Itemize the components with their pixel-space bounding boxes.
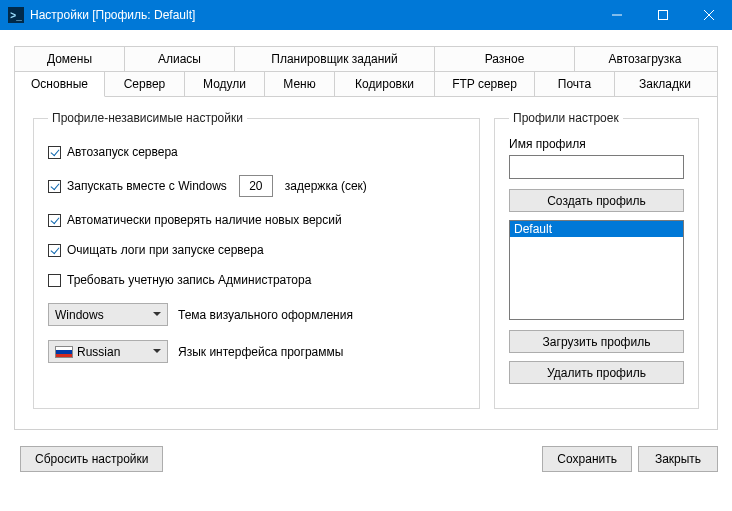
tab-Планировщик заданий[interactable]: Планировщик заданий xyxy=(235,47,435,71)
label-check-updates: Автоматически проверять наличие новых ве… xyxy=(67,213,342,227)
delay-input[interactable] xyxy=(239,175,273,197)
load-profile-button[interactable]: Загрузить профиль xyxy=(509,330,684,353)
save-button[interactable]: Сохранить xyxy=(542,446,632,472)
group-profiles: Профили настроек Имя профиля Создать про… xyxy=(494,111,699,409)
chevron-down-icon xyxy=(153,349,161,353)
theme-select[interactable]: Windows xyxy=(48,303,168,326)
svg-rect-1 xyxy=(659,11,668,20)
app-icon: >_ xyxy=(8,7,24,23)
tab-strip: ДоменыАлиасыПланировщик заданийРазноеАвт… xyxy=(14,46,718,97)
create-profile-button[interactable]: Создать профиль xyxy=(509,189,684,212)
minimize-button[interactable] xyxy=(594,0,640,30)
tab-Меню[interactable]: Меню xyxy=(265,72,335,96)
tab-Закладки[interactable]: Закладки xyxy=(615,72,715,96)
label-theme: Тема визуального оформления xyxy=(178,308,353,322)
group-legend-left: Профиле-независимые настройки xyxy=(48,111,247,125)
close-button[interactable] xyxy=(686,0,732,30)
tab-Модули[interactable]: Модули xyxy=(185,72,265,96)
reset-button[interactable]: Сбросить настройки xyxy=(20,446,163,472)
group-legend-right: Профили настроек xyxy=(509,111,623,125)
checkbox-require-admin[interactable] xyxy=(48,274,61,287)
list-item[interactable]: Default xyxy=(510,221,683,237)
delete-profile-button[interactable]: Удалить профиль xyxy=(509,361,684,384)
label-start-with-windows: Запускать вместе с Windows xyxy=(67,179,227,193)
tab-Сервер[interactable]: Сервер xyxy=(105,72,185,96)
language-select[interactable]: Russian xyxy=(48,340,168,363)
tab-Разное[interactable]: Разное xyxy=(435,47,575,71)
tab-Алиасы[interactable]: Алиасы xyxy=(125,47,235,71)
tab-panel-main: Профиле-независимые настройки Автозапуск… xyxy=(14,97,718,430)
tab-Основные[interactable]: Основные xyxy=(15,72,105,97)
tab-Кодировки[interactable]: Кодировки xyxy=(335,72,435,96)
checkbox-check-updates[interactable] xyxy=(48,214,61,227)
tab-FTP сервер[interactable]: FTP сервер xyxy=(435,72,535,96)
theme-value: Windows xyxy=(55,308,104,322)
maximize-button[interactable] xyxy=(640,0,686,30)
tab-Почта[interactable]: Почта xyxy=(535,72,615,96)
checkbox-autostart[interactable] xyxy=(48,146,61,159)
chevron-down-icon xyxy=(153,312,161,316)
close-footer-button[interactable]: Закрыть xyxy=(638,446,718,472)
profile-name-input[interactable] xyxy=(509,155,684,179)
label-profile-name: Имя профиля xyxy=(509,137,684,151)
profile-list[interactable]: Default xyxy=(509,220,684,320)
label-language: Язык интерфейса программы xyxy=(178,345,343,359)
tab-Домены[interactable]: Домены xyxy=(15,47,125,71)
checkbox-clear-logs[interactable] xyxy=(48,244,61,257)
label-clear-logs: Очищать логи при запуске сервера xyxy=(67,243,264,257)
titlebar: >_ Настройки [Профиль: Default] xyxy=(0,0,732,30)
window-title: Настройки [Профиль: Default] xyxy=(30,8,594,22)
checkbox-start-with-windows[interactable] xyxy=(48,180,61,193)
group-profile-independent: Профиле-независимые настройки Автозапуск… xyxy=(33,111,480,409)
label-autostart: Автозапуск сервера xyxy=(67,145,178,159)
language-value: Russian xyxy=(77,345,120,359)
footer: Сбросить настройки Сохранить Закрыть xyxy=(0,440,732,482)
tab-Автозагрузка[interactable]: Автозагрузка xyxy=(575,47,715,71)
label-delay: задержка (сек) xyxy=(285,179,367,193)
flag-ru-icon xyxy=(55,346,73,358)
label-require-admin: Требовать учетную запись Администратора xyxy=(67,273,311,287)
